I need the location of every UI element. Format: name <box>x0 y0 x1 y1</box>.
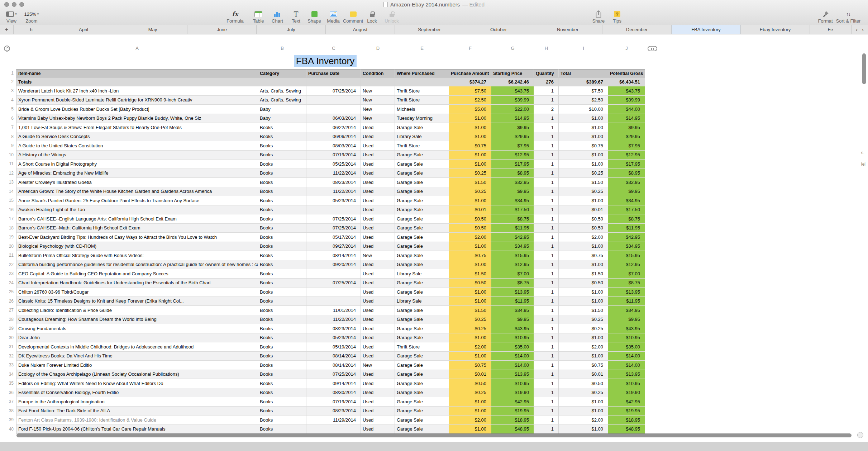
add-sheet-button[interactable]: + <box>0 25 14 34</box>
cell-A33[interactable]: Duke Nukem Forever Limited Editio <box>16 361 258 370</box>
column-letter-C[interactable]: C <box>306 46 361 52</box>
cell-D31[interactable]: Used <box>361 342 395 352</box>
cell-D36[interactable]: Used <box>361 388 395 398</box>
cell-C17[interactable]: 07/25/2014 <box>306 214 361 224</box>
cell-H9[interactable]: 1 <box>534 141 559 151</box>
cell-J37[interactable]: $42.95 <box>608 397 645 407</box>
cell-D3[interactable]: New <box>361 86 395 96</box>
cell-C32[interactable]: 08/14/2014 <box>306 352 361 361</box>
cell-A38[interactable]: Fast Food Nation: The Dark Side of the A… <box>16 407 258 416</box>
cell-G17[interactable]: $8.75 <box>491 214 534 224</box>
cell-B23[interactable]: Books <box>258 269 306 279</box>
cell-G34[interactable]: $13.95 <box>491 370 534 379</box>
cell-C18[interactable]: 07/25/2014 <box>306 224 361 233</box>
cell-D8[interactable]: Used <box>361 132 395 142</box>
cell-D5[interactable]: New <box>361 105 395 114</box>
cell-D29[interactable]: Used <box>361 324 395 333</box>
cell-F36[interactable]: $0.25 <box>449 388 491 398</box>
cell-C29[interactable]: 08/23/2014 <box>306 324 361 333</box>
cell-H26[interactable]: 1 <box>534 297 559 306</box>
sheet-tab-november[interactable]: November <box>533 25 602 34</box>
row-header-28[interactable]: 28 <box>5 315 16 324</box>
row-header-26[interactable]: 26 <box>5 297 16 306</box>
cell-J21[interactable]: $15.95 <box>608 251 645 260</box>
cell-C12[interactable]: 11/22/2014 <box>306 169 361 178</box>
cell-D2[interactable] <box>361 77 395 86</box>
cell-C21[interactable]: 08/14/2014 <box>306 251 361 260</box>
cell-C26[interactable] <box>306 297 361 306</box>
cell-G16[interactable]: $17.50 <box>491 205 534 215</box>
cell-J5[interactable]: $44.00 <box>608 105 645 114</box>
cell-A36[interactable]: Essentials of Conservation Biology, Four… <box>16 388 258 398</box>
cell-H36[interactable]: 1 <box>534 388 559 398</box>
row-header-9[interactable]: 9 <box>5 141 16 151</box>
sheet-tab-june[interactable]: June <box>187 25 257 34</box>
cell-I33[interactable]: $0.75 <box>559 361 608 370</box>
cell-B3[interactable]: Arts, Crafts, Sewing <box>258 86 306 96</box>
cell-B4[interactable]: Arts, Crafts, Sewing <box>258 96 306 105</box>
cell-G13[interactable]: $32.95 <box>491 178 534 187</box>
cell-J38[interactable]: $19.95 <box>608 407 645 416</box>
cell-C37[interactable]: 07/19/2014 <box>306 397 361 407</box>
cell-H5[interactable]: 2 <box>534 105 559 114</box>
cell-C30[interactable]: 05/23/2014 <box>306 333 361 343</box>
cell-J1[interactable]: Potential Gross <box>608 69 645 77</box>
chart-button[interactable]: Chart <box>267 10 288 24</box>
sort-filter-button[interactable]: ↑↓ Sort & Filter <box>833 10 863 24</box>
cell-H12[interactable]: 1 <box>534 169 559 178</box>
cell-G25[interactable]: $13.95 <box>491 288 534 297</box>
cell-I3[interactable]: $7.50 <box>559 86 608 96</box>
cell-A24[interactable]: Chart Interpretation Handbook: Guideline… <box>16 279 258 288</box>
row-header-1[interactable]: 1 <box>5 69 16 77</box>
cell-D23[interactable]: Used <box>361 269 395 279</box>
cell-D26[interactable]: Used <box>361 297 395 306</box>
cell-I12[interactable]: $0.25 <box>559 169 608 178</box>
cell-D10[interactable]: Used <box>361 151 395 160</box>
sheet-tab-fe[interactable]: Fe <box>810 25 851 34</box>
cell-H38[interactable]: 1 <box>534 407 559 416</box>
cell-E32[interactable]: Garage Sale <box>395 352 449 361</box>
cell-D33[interactable]: New <box>361 361 395 370</box>
cell-G39[interactable]: $18.95 <box>491 416 534 425</box>
cell-F37[interactable]: $1.00 <box>449 397 491 407</box>
cell-A19[interactable]: Best-Ever Backyard Birding Tips: Hundred… <box>16 233 258 242</box>
cell-C15[interactable]: 05/23/2014 <box>306 196 361 205</box>
cell-E14[interactable]: Garage Sale <box>395 187 449 196</box>
cell-E31[interactable]: Thrift Store <box>395 342 449 352</box>
cell-D15[interactable]: Used <box>361 196 395 205</box>
cell-D28[interactable]: Used <box>361 315 395 324</box>
cell-C27[interactable]: 11/01/2014 <box>306 306 361 315</box>
cell-C25[interactable] <box>306 288 361 297</box>
cell-D12[interactable]: Used <box>361 169 395 178</box>
column-letter-E[interactable]: E <box>395 46 449 52</box>
cell-J14[interactable]: $9.95 <box>608 187 645 196</box>
cell-I2[interactable]: $389.67 <box>559 77 608 86</box>
cell-H24[interactable]: 1 <box>534 279 559 288</box>
sheet-tab-august[interactable]: August <box>326 25 395 34</box>
cell-I14[interactable]: $0.25 <box>559 187 608 196</box>
cell-J28[interactable]: $9.95 <box>608 315 645 324</box>
cell-C38[interactable]: 08/23/2014 <box>306 407 361 416</box>
cell-G37[interactable]: $42.95 <box>491 397 534 407</box>
row-header-27[interactable]: 27 <box>5 306 16 315</box>
unlock-button[interactable]: Unlock <box>381 10 402 24</box>
cell-E19[interactable]: Garage Sale <box>395 233 449 242</box>
cell-F30[interactable]: $1.00 <box>449 333 491 343</box>
cell-B12[interactable]: Books <box>258 169 306 178</box>
cell-C19[interactable]: 05/17/2014 <box>306 233 361 242</box>
cell-A20[interactable]: Biological Psychology (with CD-ROM) <box>16 242 258 251</box>
cell-I18[interactable]: $0.50 <box>559 224 608 233</box>
cell-G26[interactable]: $11.95 <box>491 297 534 306</box>
cell-G21[interactable]: $15.95 <box>491 251 534 260</box>
cell-A1[interactable]: item-name <box>16 69 258 77</box>
cell-B34[interactable]: Books <box>258 370 306 379</box>
column-letter-H[interactable]: H <box>534 46 559 52</box>
cell-D27[interactable]: Used <box>361 306 395 315</box>
cell-E8[interactable]: Library Sale <box>395 132 449 142</box>
cell-E9[interactable]: Thrift Store <box>395 141 449 151</box>
cell-D1[interactable]: Condition <box>361 69 395 77</box>
column-letter-G[interactable]: G <box>491 46 534 52</box>
cell-D13[interactable]: Used <box>361 178 395 187</box>
cell-A30[interactable]: Dear John <box>16 333 258 343</box>
cell-C28[interactable]: 11/22/2014 <box>306 315 361 324</box>
